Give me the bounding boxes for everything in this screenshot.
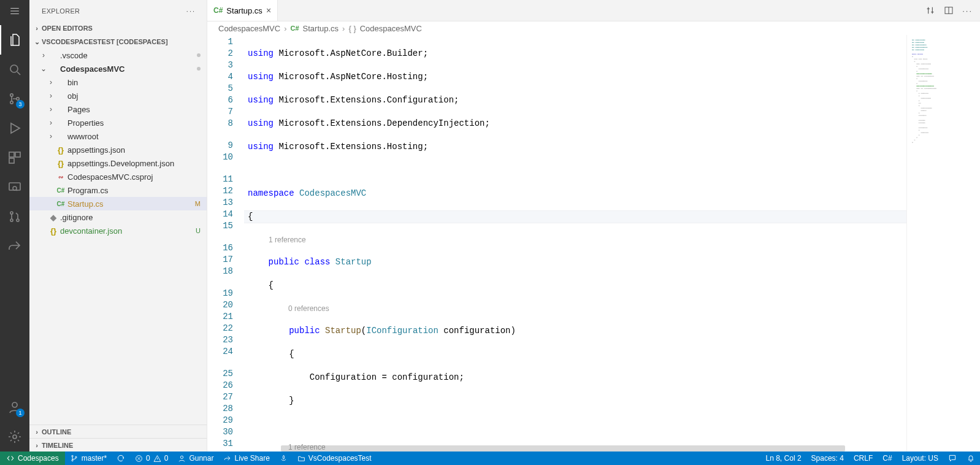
tree-item[interactable]: ›wwwroot: [29, 129, 207, 143]
svg-point-16: [72, 459, 73, 461]
tab-startup[interactable]: C# Startup.cs ×: [207, 0, 278, 21]
tree-item[interactable]: ›obj: [29, 89, 207, 102]
explorer-title: EXPLORER: [42, 7, 186, 15]
sync-indicator[interactable]: [112, 452, 130, 465]
minimap[interactable]: ▬▬ ▬▬▬▬▬▬▬▬▬▬▬ ▬▬▬▬▬▬▬▬▬▬ ▬▬▬▬▬▬▬▬▬▬▬▬ ▬…: [906, 35, 980, 452]
eol[interactable]: CRLF: [849, 452, 878, 465]
remote-explorer-icon[interactable]: [0, 172, 29, 202]
settings-gear-icon[interactable]: [0, 422, 29, 452]
scm-badge: 3: [16, 100, 25, 109]
code-editor[interactable]: using Microsoft.AspNetCore.Builder; usin…: [244, 35, 906, 452]
svg-point-13: [13, 435, 17, 439]
close-icon[interactable]: ×: [266, 6, 271, 15]
svg-point-15: [72, 455, 73, 456]
problems-indicator[interactable]: 0 0: [130, 452, 173, 465]
tree-item[interactable]: {}appsettings.Development.json: [29, 156, 207, 170]
tree-item[interactable]: ◆.gitignore: [29, 210, 207, 224]
tree-item[interactable]: ›bin: [29, 75, 207, 89]
liveshare-indicator[interactable]: Live Share: [218, 452, 274, 465]
tree-item[interactable]: {}devcontainer.jsonU: [29, 224, 207, 237]
more-icon[interactable]: ···: [186, 7, 196, 15]
svg-rect-6: [9, 158, 14, 163]
run-icon[interactable]: [0, 113, 29, 143]
tree-item[interactable]: {}appsettings.json: [29, 143, 207, 156]
tree-item[interactable]: ›Pages: [29, 102, 207, 116]
svg-point-10: [10, 219, 13, 221]
tree-item[interactable]: ⌄CodespacesMVC: [29, 62, 207, 75]
svg-point-9: [10, 212, 13, 214]
outline-section[interactable]: ›OUTLINE: [29, 425, 207, 438]
more-actions-icon[interactable]: ···: [962, 6, 973, 15]
svg-point-11: [17, 219, 19, 221]
liveshare-icon[interactable]: [0, 231, 29, 261]
editor-tabs: C# Startup.cs × ···: [207, 0, 980, 21]
file-tree: ›.vscode⌄CodespacesMVC›bin›obj›Pages›Pro…: [29, 48, 207, 425]
tree-item[interactable]: ›.vscode: [29, 48, 207, 62]
timeline-section[interactable]: ›TIMELINE: [29, 438, 207, 452]
editor-area: C# Startup.cs × ··· CodespacesMVC› C# St…: [207, 0, 980, 452]
horizontal-scrollbar[interactable]: [281, 445, 845, 452]
tree-item[interactable]: C#Startup.csM: [29, 197, 207, 210]
svg-point-1: [10, 94, 13, 96]
cursor-position[interactable]: Ln 8, Col 2: [761, 452, 806, 465]
search-icon[interactable]: [0, 55, 29, 84]
branch-indicator[interactable]: master*: [65, 452, 112, 465]
notifications-icon[interactable]: [962, 452, 980, 465]
omnisharp-indicator[interactable]: [275, 452, 293, 465]
svg-point-0: [10, 65, 18, 72]
feedback-icon[interactable]: [943, 452, 962, 465]
breadcrumb[interactable]: CodespacesMVC› C# Startup.cs› { } Codesp…: [207, 21, 980, 35]
svg-rect-4: [9, 152, 14, 157]
keyboard-layout[interactable]: Layout: US: [897, 452, 943, 465]
tree-item[interactable]: C#Program.cs: [29, 183, 207, 197]
svg-point-17: [75, 456, 76, 458]
github-pr-icon[interactable]: [0, 202, 29, 231]
extensions-icon[interactable]: [0, 143, 29, 172]
menu-icon[interactable]: [0, 0, 29, 21]
svg-point-2: [10, 101, 13, 104]
explorer-icon[interactable]: [0, 25, 29, 55]
tab-label: Startup.cs: [226, 6, 262, 15]
activity-bar: 3 1: [0, 0, 29, 452]
indentation[interactable]: Spaces: 4: [806, 452, 849, 465]
svg-point-19: [181, 456, 183, 458]
user-indicator[interactable]: Gunnar: [173, 452, 218, 465]
scm-icon[interactable]: 3: [0, 84, 29, 113]
tree-item[interactable]: ∾CodespacesMVC.csproj: [29, 170, 207, 183]
svg-rect-5: [15, 152, 20, 157]
compare-changes-icon[interactable]: [925, 6, 935, 15]
account-badge: 1: [16, 409, 25, 417]
open-editors-section[interactable]: ›OPEN EDITORS: [29, 21, 207, 35]
tree-item[interactable]: ›Properties: [29, 116, 207, 129]
account-icon[interactable]: 1: [0, 393, 29, 422]
folder-indicator[interactable]: VsCodespacesTest: [293, 452, 377, 465]
workspace-section[interactable]: ⌄VSCODESPACESTEST [CODESPACES]: [29, 35, 207, 48]
split-editor-icon[interactable]: [944, 6, 954, 15]
sidebar-explorer: EXPLORER ··· ›OPEN EDITORS ⌄VSCODESPACES…: [29, 0, 207, 452]
status-bar: Codespaces master* 0 0 Gunnar Live Share: [0, 452, 980, 465]
language-mode[interactable]: C#: [878, 452, 897, 465]
line-gutter: 12345678 910 1112131415 161718 192021222…: [207, 35, 244, 452]
svg-point-12: [12, 402, 17, 407]
remote-indicator[interactable]: Codespaces: [0, 452, 65, 465]
